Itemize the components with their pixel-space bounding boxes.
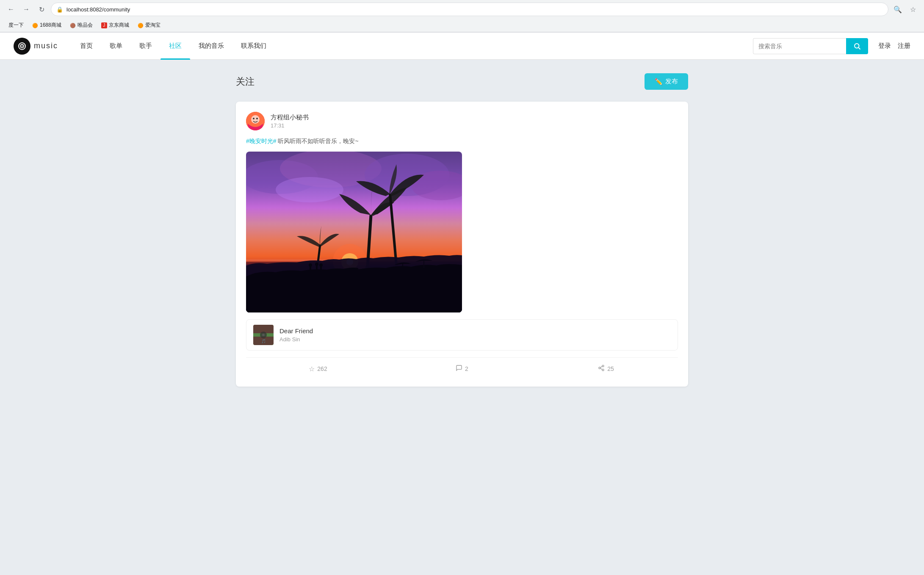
url-text: localhost:8082/community — [66, 6, 130, 13]
bookmark-duyixia[interactable]: 度一下 — [5, 20, 27, 30]
svg-line-38 — [600, 368, 603, 370]
bookmark-favicon-1688: 🟠 — [32, 22, 38, 28]
post-content-text: #晚安时光# 听风听雨不如听听音乐，晚安~ — [246, 136, 678, 146]
post-card: 方程组小秘书 17:31 #晚安时光# 听风听雨不如听听音乐，晚安~ — [236, 102, 688, 387]
nav-contact[interactable]: 联系我们 — [232, 33, 275, 60]
search-button[interactable] — [846, 38, 868, 54]
register-link[interactable]: 注册 — [898, 42, 910, 50]
nav-artist[interactable]: 歌手 — [131, 33, 160, 60]
svg-point-12 — [276, 177, 343, 202]
browser-nav-bar: ← → ↻ 🔒 localhost:8082/community 🔍 ☆ — [0, 0, 924, 19]
svg-point-6 — [256, 118, 258, 119]
bookmark-favicon-jd: J — [101, 22, 107, 28]
bookmark-label: 爱淘宝 — [145, 22, 160, 29]
svg-point-25 — [315, 263, 318, 266]
bookmarks-bar: 度一下 🟠 1688商城 🟤 唯品会 J 京东商城 🟠 爱淘宝 — [0, 19, 924, 32]
main-content: 关注 ✏️ 发布 — [229, 60, 695, 400]
svg-point-33 — [262, 334, 265, 336]
svg-rect-22 — [310, 266, 311, 272]
bookmark-label: 唯品会 — [77, 22, 93, 29]
nav-playlist[interactable]: 歌单 — [101, 33, 131, 60]
svg-point-23 — [309, 263, 312, 267]
page-header: 关注 ✏️ 发布 — [236, 73, 688, 90]
refresh-button[interactable]: ↻ — [36, 3, 47, 15]
bookmark-jd[interactable]: J 京东商城 — [98, 20, 133, 30]
bookmark-label: 度一下 — [8, 22, 24, 29]
post-image — [246, 152, 462, 312]
lock-icon: 🔒 — [56, 6, 63, 13]
song-info: Dear Friend Adib Sin — [279, 327, 313, 343]
back-button[interactable]: ← — [5, 3, 17, 15]
logo-icon — [14, 38, 30, 55]
search-area — [753, 38, 868, 54]
app-header: music 首页 歌单 歌手 社区 我的音乐 联系我们 登录 注册 — [0, 33, 924, 60]
nav-links: 首页 歌单 歌手 社区 我的音乐 联系我们 — [72, 33, 746, 60]
bookmark-1688[interactable]: 🟠 1688商城 — [29, 20, 65, 30]
bookmark-favicon-taobao: 🟠 — [138, 22, 144, 28]
comment-action[interactable]: 2 — [390, 361, 534, 376]
bookmark-button[interactable]: ☆ — [907, 3, 919, 15]
publish-button[interactable]: ✏️ 发布 — [645, 73, 688, 90]
bookmark-vip[interactable]: 🟤 唯品会 — [66, 20, 96, 30]
svg-point-0 — [22, 45, 23, 47]
svg-point-36 — [599, 367, 600, 369]
logo-text: music — [34, 41, 58, 50]
nav-community[interactable]: 社区 — [160, 33, 190, 60]
post-time: 17:31 — [271, 122, 309, 129]
svg-line-39 — [600, 367, 603, 368]
svg-rect-26 — [320, 266, 322, 272]
bookmark-taobao[interactable]: 🟠 爱淘宝 — [134, 20, 164, 30]
post-author: 方程组小秘书 — [271, 113, 309, 122]
nav-home[interactable]: 首页 — [72, 33, 101, 60]
svg-point-27 — [319, 263, 323, 267]
share-icon — [598, 365, 605, 373]
song-artist: Adib Sin — [279, 336, 313, 343]
logo-area[interactable]: music — [14, 38, 58, 55]
song-cover: 🎵 — [253, 325, 274, 345]
post-header: 方程组小秘书 17:31 — [246, 112, 678, 130]
svg-rect-24 — [316, 265, 318, 272]
forward-button[interactable]: → — [20, 3, 32, 15]
publish-label: 发布 — [665, 77, 678, 86]
search-input[interactable] — [753, 38, 846, 54]
avatar — [246, 112, 265, 130]
share-count: 25 — [607, 365, 614, 372]
bookmark-favicon-vip: 🟤 — [70, 22, 76, 28]
svg-text:🎵: 🎵 — [261, 339, 266, 344]
share-action[interactable]: 25 — [534, 361, 678, 376]
svg-point-35 — [602, 365, 604, 367]
auth-links: 登录 注册 — [878, 42, 910, 50]
app-container: music 首页 歌单 歌手 社区 我的音乐 联系我们 登录 注册 — [0, 33, 924, 569]
comment-icon — [456, 365, 462, 373]
song-title: Dear Friend — [279, 327, 313, 334]
svg-point-37 — [602, 369, 604, 371]
bookmark-label: 京东商城 — [109, 22, 129, 29]
browser-chrome: ← → ↻ 🔒 localhost:8082/community 🔍 ☆ 度一下… — [0, 0, 924, 33]
comment-count: 2 — [465, 365, 468, 372]
address-bar[interactable]: 🔒 localhost:8082/community — [51, 3, 888, 16]
svg-point-5 — [253, 118, 255, 119]
svg-point-1 — [855, 44, 859, 48]
like-count: 262 — [317, 365, 327, 372]
svg-line-2 — [859, 47, 860, 49]
nav-mymusic[interactable]: 我的音乐 — [190, 33, 232, 60]
like-action[interactable]: ☆ 262 — [246, 362, 390, 376]
post-hashtag[interactable]: #晚安时光# — [246, 138, 277, 144]
bookmark-label: 1688商城 — [40, 22, 61, 29]
zoom-button[interactable]: 🔍 — [892, 3, 904, 15]
page-title: 关注 — [236, 75, 255, 88]
avatar-inner — [246, 112, 265, 130]
post-meta: 方程组小秘书 17:31 — [271, 113, 309, 129]
post-actions: ☆ 262 2 — [246, 357, 678, 376]
like-icon: ☆ — [309, 365, 315, 373]
song-card[interactable]: 🎵 Dear Friend Adib Sin — [246, 319, 678, 351]
publish-icon: ✏️ — [655, 78, 663, 86]
post-body: 听风听雨不如听听音乐，晚安~ — [277, 138, 359, 144]
login-link[interactable]: 登录 — [878, 42, 891, 50]
